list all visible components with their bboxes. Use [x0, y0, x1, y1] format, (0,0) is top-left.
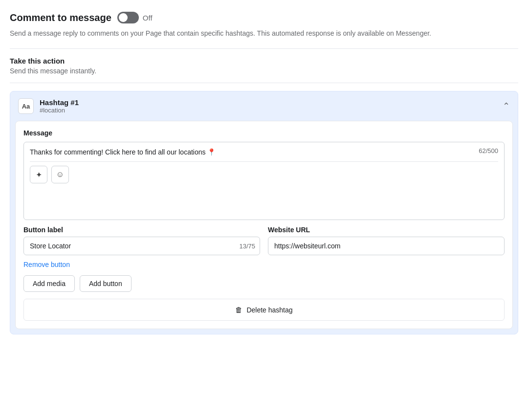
hashtag-body: Message Thanks for commenting! Click her…: [15, 121, 513, 329]
hashtag-header-left: Aa Hashtag #1 #location: [18, 98, 79, 114]
message-label: Message: [23, 129, 505, 137]
hashtag-title-group: Hashtag #1 #location: [40, 98, 79, 114]
delete-hashtag-button[interactable]: 🗑 Delete hashtag: [23, 299, 505, 321]
remove-button[interactable]: Remove button: [23, 261, 70, 268]
ai-button[interactable]: ✦: [30, 166, 47, 183]
page-header: Comment to message Off: [10, 12, 518, 23]
subtitle: Send a message reply to comments on your…: [10, 28, 518, 39]
message-box[interactable]: Thanks for commenting! Click here to fin…: [23, 142, 505, 220]
toggle-wrapper[interactable]: Off: [117, 12, 153, 23]
ai-icon: ✦: [36, 170, 42, 179]
fields-row: Button label 13/75 Website URL: [23, 226, 505, 255]
website-url-group: Website URL: [268, 226, 505, 255]
hashtag-number: Hashtag #1: [40, 98, 79, 107]
add-media-button[interactable]: Add media: [23, 275, 75, 292]
button-label-heading: Button label: [23, 226, 260, 234]
add-button-button[interactable]: Add button: [80, 275, 132, 292]
button-label-input[interactable]: [23, 237, 260, 255]
website-url-input[interactable]: [268, 237, 505, 255]
action-description: Send this message instantly.: [10, 67, 518, 75]
hashtag-card: Aa Hashtag #1 #location ⌃ Message Thanks…: [10, 91, 518, 334]
toggle-track: [117, 12, 139, 23]
toggle-switch[interactable]: [117, 12, 139, 23]
trash-icon: 🗑: [235, 306, 242, 314]
action-title: Take this action: [10, 57, 518, 65]
website-url-heading: Website URL: [268, 226, 505, 234]
button-label-input-wrapper: 13/75: [23, 237, 260, 255]
action-section: Take this action Send this message insta…: [10, 57, 518, 75]
chevron-up-icon: ⌃: [503, 101, 510, 111]
divider-2: [10, 83, 518, 83]
hashtag-header[interactable]: Aa Hashtag #1 #location ⌃: [10, 91, 518, 121]
message-toolbar: ✦ ☺: [30, 161, 498, 183]
hashtag-tag: #location: [40, 107, 79, 114]
emoji-button[interactable]: ☺: [51, 166, 69, 183]
button-label-group: Button label 13/75: [23, 226, 260, 255]
emoji-icon: ☺: [56, 170, 64, 179]
toggle-label: Off: [143, 14, 153, 22]
page-title: Comment to message: [10, 12, 111, 23]
char-count: 62/500: [479, 147, 498, 155]
message-text: Thanks for commenting! Click here to fin…: [30, 147, 498, 157]
aa-icon: Aa: [18, 98, 34, 114]
delete-hashtag-label: Delete hashtag: [246, 306, 292, 314]
action-buttons-row: Add media Add button: [23, 275, 505, 292]
toggle-thumb: [119, 13, 128, 22]
website-url-input-wrapper: [268, 237, 505, 255]
divider-1: [10, 48, 518, 49]
